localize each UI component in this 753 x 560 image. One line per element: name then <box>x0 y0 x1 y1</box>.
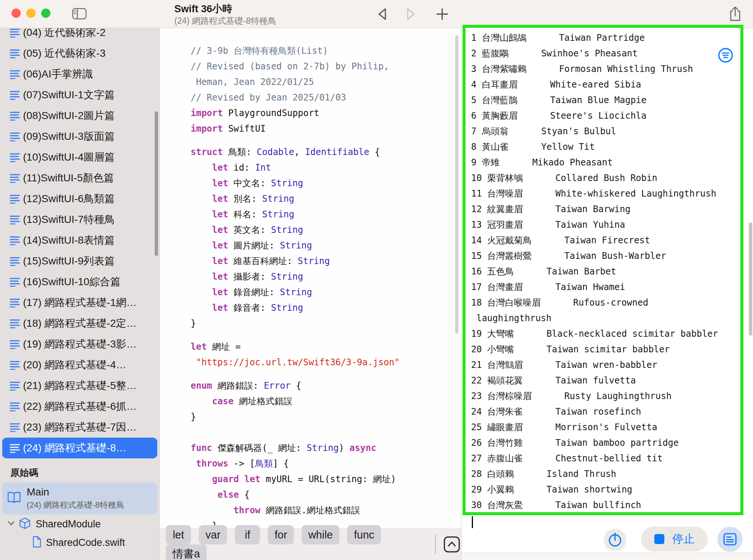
window-scrollbar[interactable] <box>749 223 752 336</box>
sidebar-item-page[interactable]: (17) 網路程式基礎-1網… <box>2 292 157 313</box>
list-filter-icon[interactable] <box>717 47 734 65</box>
editor-scrollbar[interactable] <box>455 35 458 334</box>
sidebar-item-page[interactable]: (18) 網路程式基礎-2定… <box>2 313 157 334</box>
book-icon <box>7 491 22 506</box>
sidebar-item-page[interactable]: (05) 近代藝術家-3 <box>2 43 157 64</box>
code-text[interactable]: // 3-9b 台灣特有種鳥類(List)// Revised (based o… <box>191 43 400 528</box>
module-cube-icon <box>19 517 31 531</box>
code-keyword-button[interactable]: if <box>235 525 260 544</box>
sidebar-divider[interactable] <box>160 0 160 560</box>
code-editor[interactable]: // 3-9b 台灣特有種鳥類(List)// Revised (based o… <box>160 28 461 528</box>
bird-number-and-zh-name: 3 台灣紫嘯鶇 <box>471 61 526 77</box>
sidebar-item-page[interactable]: (23) 網路程式基礎-7因… <box>2 417 157 438</box>
sidebar-item-label: (12)SwiftUI-6鳥類篇 <box>23 192 115 206</box>
doc-lines-icon <box>7 298 23 307</box>
sidebar-item-page[interactable]: (07)SwiftUI-1文字篇 <box>2 85 157 105</box>
text-caret <box>472 516 473 528</box>
sidebar-item-page[interactable]: (14)SwiftUI-8表情篇 <box>2 230 157 251</box>
sidebar-item-page[interactable]: (22) 網路程式基礎-6抓… <box>2 396 157 417</box>
bird-name-en: Mikado Pheasant <box>532 155 613 170</box>
code-line: struct 鳥類: Codable, Identifiable { <box>191 144 400 160</box>
back-button[interactable] <box>375 7 389 23</box>
sidebar-item-page[interactable]: (10)SwiftUI-4圖層篇 <box>2 147 157 168</box>
bird-name-en: Taiwan bamboo partridge <box>555 435 678 451</box>
module-label: SharedModule <box>36 518 101 530</box>
stop-label: 停止 <box>673 531 695 547</box>
sidebar-item-main[interactable]: Main (24) 網路程式基礎-8特種鳥 <box>2 482 157 514</box>
code-line <box>191 331 400 339</box>
bird-name-en: Steere's Liocichla <box>550 108 647 123</box>
bird-row: 21 台灣鷦眉Taiwan wren-babbler <box>471 357 740 373</box>
doc-lines-icon <box>7 402 23 411</box>
bird-row: 2 藍腹鷴Swinhoe's Pheasant <box>471 46 740 61</box>
sidebar-item-label: (07)SwiftUI-1文字篇 <box>23 88 115 102</box>
code-line <box>191 432 400 440</box>
performance-gauge-button[interactable] <box>604 529 626 551</box>
stop-button[interactable]: 停止 <box>641 527 708 551</box>
code-keyword-button[interactable]: while <box>302 525 339 544</box>
close-window-button[interactable] <box>11 9 21 18</box>
bird-name-en: Rusty Laughingthrush <box>564 388 671 404</box>
sidebar-item-page[interactable]: (04) 近代藝術家-2 <box>2 28 157 43</box>
bird-name-en: Rufous-crowned <box>573 295 648 310</box>
editor-divider[interactable] <box>461 0 461 560</box>
code-line: let 維基百科網址: String <box>191 253 400 269</box>
toolbar: Swift 36小時 (24) 網路程式基礎-8特種鳥 <box>0 0 753 28</box>
sidebar-item-page[interactable]: (12)SwiftUI-6鳥類篇 <box>2 188 157 209</box>
sidebar-item-label: (19) 網路程式基礎-3影… <box>23 337 137 351</box>
sidebar-item-page[interactable]: (16)SwiftUI-10綜合篇 <box>2 271 157 292</box>
dismiss-keyboard-button[interactable] <box>443 535 461 554</box>
bird-name-en: Taiwan Yuhina <box>555 217 625 233</box>
sidebar-item-label: (09)SwiftUI-3版面篇 <box>23 129 115 144</box>
code-keyword-button[interactable]: func <box>347 525 381 544</box>
sidebar-item-page[interactable]: (11)SwiftUI-5顏色篇 <box>2 168 157 188</box>
code-line: case 網址格式錯誤 <box>191 393 400 409</box>
code-keyword-button[interactable]: var <box>199 525 227 544</box>
sidebar-item-page[interactable]: (09)SwiftUI-3版面篇 <box>2 126 157 147</box>
sidebar-item-page[interactable]: (21) 網路程式基礎-5整… <box>2 375 157 396</box>
sidebar-item-page[interactable]: (20) 網路程式基礎-4… <box>2 355 157 375</box>
bird-number-and-zh-name: 21 台灣鷦眉 <box>471 357 523 373</box>
minimize-window-button[interactable] <box>26 9 36 18</box>
bird-name-en: Taiwan Bush-Warbler <box>564 248 666 264</box>
bird-name-en: Island Thrush <box>546 466 616 482</box>
bird-number-and-zh-name: 10 栗背林鴝 <box>471 170 523 186</box>
bird-name-en: Taiwan bullfinch <box>555 497 641 513</box>
share-icon[interactable] <box>728 6 743 24</box>
zoom-window-button[interactable] <box>41 9 50 18</box>
sidebar-item-sharedcode[interactable]: SharedCode.swift <box>2 534 157 551</box>
sidebar-item-page[interactable]: (24) 網路程式基礎-8… <box>2 438 157 458</box>
bird-number-and-zh-name: 28 白頭鶇 <box>471 466 514 482</box>
sidebar-item-label: (23) 網路程式基礎-7因… <box>23 420 137 434</box>
sidebar-item-page[interactable]: (13)SwiftUI-7特種鳥 <box>2 209 157 230</box>
code-keyword-button[interactable]: for <box>268 525 294 544</box>
console-toggle-button[interactable] <box>717 527 743 552</box>
sidebar-item-page[interactable]: (19) 網路程式基礎-3影… <box>2 334 157 355</box>
bird-number-and-zh-name: 17 台灣畫眉 <box>471 279 523 295</box>
doc-lines-icon <box>7 381 23 391</box>
sidebar-item-page[interactable]: (06)AI手掌辨識 <box>2 64 157 85</box>
bird-number-and-zh-name: 13 冠羽畫眉 <box>471 217 523 233</box>
code-line: enum 網路錯誤: Error { <box>191 378 400 393</box>
add-button[interactable] <box>435 7 450 23</box>
code-keyword-button[interactable]: 情書a <box>166 544 207 560</box>
sidebar-item-label: (11)SwiftUI-5顏色篇 <box>23 171 114 185</box>
bird-row: 9 帝雉Mikado Pheasant <box>471 155 740 170</box>
bird-name-en: Black-necklaced scimitar babbler <box>546 326 718 342</box>
bird-number-and-zh-name: 14 火冠戴菊鳥 <box>471 233 532 248</box>
chevron-down-icon[interactable] <box>7 520 16 528</box>
bird-row: 5 台灣藍鵲Taiwan Blue Magpie <box>471 92 740 108</box>
bird-name-en: Taiwan Firecrest <box>564 233 650 248</box>
sidebar-item-page[interactable]: (15)SwiftUI-9列表篇 <box>2 251 157 271</box>
sidebar-item-sharedmodule[interactable]: SharedModule <box>2 515 157 533</box>
code-keyword-button[interactable]: let <box>166 525 191 544</box>
sidebar-item-page[interactable]: (08)SwiftUI-2圖片篇 <box>2 105 157 126</box>
forward-button[interactable] <box>404 7 418 23</box>
bird-row: 7 烏頭翁Styan's Bulbul <box>471 123 740 139</box>
bird-row: 12 紋翼畫眉Taiwan Barwing <box>471 201 740 217</box>
bird-row: 10 栗背林鴝Collared Bush Robin <box>471 170 740 186</box>
sidebar-toggle-icon[interactable] <box>72 7 87 22</box>
sidebar-scrollbar[interactable] <box>155 111 158 256</box>
bird-name-en: Taiwan shortwing <box>546 482 632 497</box>
sidebar-item-label: (08)SwiftUI-2圖片篇 <box>23 109 115 123</box>
